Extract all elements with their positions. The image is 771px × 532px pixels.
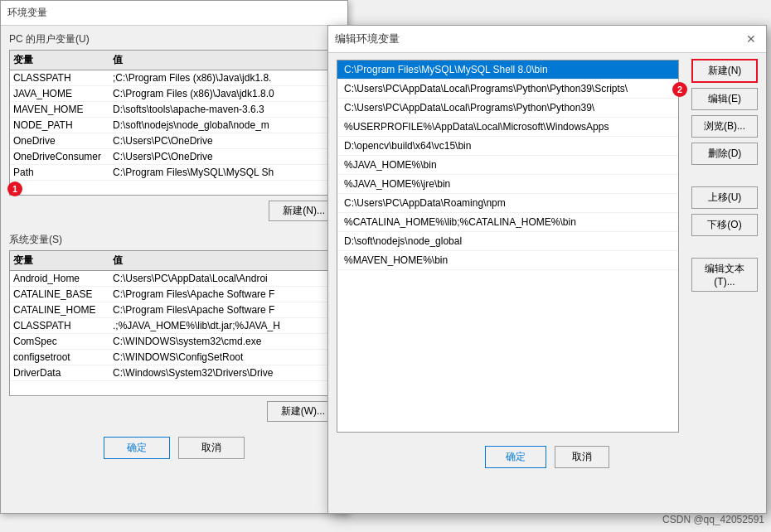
edit-ok-button[interactable]: 确定 — [485, 446, 546, 468]
user-btn-row: 新建(N)... — [1, 196, 347, 226]
edit-delete-button[interactable]: 删除(D) — [691, 143, 758, 165]
edit-bottom-buttons: 确定 取消 — [328, 439, 766, 475]
list-item[interactable]: %USERPROFILE%\AppData\Local\Microsoft\Wi… — [337, 118, 678, 137]
list-item[interactable]: %JAVA_HOME%\jre\bin — [337, 175, 678, 194]
table-row[interactable]: CLASSPATH ;C:\Program Files (x86)\Java\j… — [10, 70, 338, 86]
list-item[interactable]: %CATALINA_HOME%\lib;%CATALINA_HOME%\bin — [337, 213, 678, 232]
annotation-badge-2: 2 — [672, 82, 687, 97]
system-table-header: 变量 值 — [10, 251, 338, 271]
table-row[interactable]: JAVA_HOME C:\Program Files (x86)\Java\jd… — [10, 86, 338, 102]
list-item[interactable]: %MAVEN_HOME%\bin — [337, 251, 678, 270]
env-window-title: 环境变量 — [7, 6, 47, 20]
annotation-badge-1: 1 — [7, 181, 22, 196]
system-header-val: 值 — [113, 254, 335, 268]
env-bottom-buttons: 确定 取消 — [1, 430, 347, 466]
table-row[interactable]: OneDriveConsumer C:\Users\PC\OneDrive — [10, 149, 338, 165]
edit-dialog-title: 编辑环境变量 — [335, 31, 400, 46]
edit-browse-button[interactable]: 浏览(B)... — [691, 115, 758, 138]
table-row[interactable]: Android_Home C:\Users\PC\AppData\Local\A… — [10, 271, 338, 287]
env-variables-window: 环境变量 PC 的用户变量(U) 变量 值 CLASSPATH ;C:\Prog… — [0, 0, 348, 514]
env-cancel-button[interactable]: 取消 — [178, 437, 245, 459]
path-row[interactable]: Path C:\Program Files\MySQL\MySQL Sh — [10, 165, 338, 181]
env-ok-button[interactable]: 确定 — [104, 437, 170, 459]
edit-path-list[interactable]: C:\Program Files\MySQL\MySQL Shell 8.0\b… — [337, 60, 679, 433]
env-window-title-bar: 环境变量 — [1, 1, 347, 26]
table-row[interactable]: CLASSPATH .;%JAVA_HOME%\lib\dt.jar;%JAVA… — [10, 318, 338, 334]
list-item[interactable]: %JAVA_HOME%\bin — [337, 156, 678, 175]
system-btn-row: 新建(W)... — [1, 396, 347, 427]
user-header-val: 值 — [113, 53, 335, 67]
user-table-header: 变量 值 — [10, 51, 338, 70]
table-row[interactable]: ComSpec C:\WINDOWS\system32\cmd.exe — [10, 334, 338, 350]
list-item[interactable]: C:\Users\PC\AppData\Local\Programs\Pytho… — [337, 80, 678, 99]
system-table-body: Android_Home C:\Users\PC\AppData\Local\A… — [10, 271, 338, 395]
edit-env-dialog: 编辑环境变量 ✕ 2 新建(N) 编辑(E) 浏览(B)... 删除(D) 上移… — [327, 25, 767, 514]
edit-text-button[interactable]: 编辑文本(T)... — [691, 258, 758, 292]
table-row[interactable]: DriverData C:\Windows\System32\Drivers\D… — [10, 365, 338, 381]
edit-new-button[interactable]: 新建(N) — [691, 59, 758, 83]
edit-dialog-close-button[interactable]: ✕ — [743, 31, 759, 47]
system-header-var: 变量 — [13, 254, 113, 268]
user-header-var: 变量 — [13, 53, 113, 67]
table-row[interactable]: CATALINE_HOME C:\Program Files\Apache So… — [10, 302, 338, 318]
user-variables-table: 变量 值 CLASSPATH ;C:\Program Files (x86)\J… — [9, 50, 339, 196]
list-item[interactable]: D:\soft\nodejs\node_global — [337, 232, 678, 251]
edit-cancel-button[interactable]: 取消 — [555, 446, 609, 468]
list-item[interactable]: C:\Users\PC\AppData\Roaming\npm — [337, 194, 678, 213]
table-row[interactable]: CATALINE_BASE C:\Program Files\Apache So… — [10, 287, 338, 302]
user-table-body: CLASSPATH ;C:\Program Files (x86)\Java\j… — [10, 70, 338, 195]
edit-edit-button[interactable]: 编辑(E) — [691, 88, 758, 110]
watermark: CSDN @qq_42052591 — [662, 514, 764, 525]
table-row[interactable]: MAVEN_HOME D:\softs\tools\apache-maven-3… — [10, 102, 338, 118]
list-item[interactable]: C:\Users\PC\AppData\Local\Programs\Pytho… — [337, 99, 678, 118]
list-item[interactable]: D:\opencv\build\x64\vc15\bin — [337, 137, 678, 156]
user-section-label: PC 的用户变量(U) — [1, 26, 347, 50]
list-item[interactable]: C:\Program Files\MySQL\MySQL Shell 8.0\b… — [337, 60, 678, 80]
edit-dialog-title-bar: 编辑环境变量 ✕ — [328, 26, 766, 53]
system-section-label: 系统变量(S) — [1, 226, 347, 250]
table-row[interactable]: OneDrive C:\Users\PC\OneDrive — [10, 133, 338, 149]
edit-right-buttons: 新建(N) 编辑(E) 浏览(B)... 删除(D) 上移(U) 下移(O) 编… — [691, 59, 758, 292]
table-row[interactable]: configsetroot C:\WINDOWS\ConfigSetRoot — [10, 350, 338, 365]
edit-down-button[interactable]: 下移(O) — [691, 214, 758, 236]
edit-up-button[interactable]: 上移(U) — [691, 186, 758, 209]
system-variables-table: 变量 值 Android_Home C:\Users\PC\AppData\Lo… — [9, 250, 339, 396]
table-row[interactable]: NODE_PATH D:\soft\nodejs\node_global\nod… — [10, 118, 338, 133]
